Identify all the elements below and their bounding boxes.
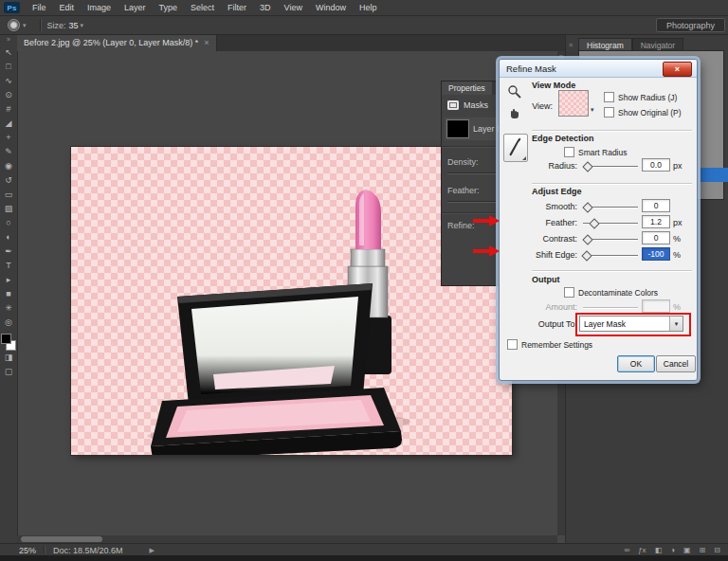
rectangle-tool[interactable]: ■ — [0, 287, 17, 301]
smooth-slider[interactable] — [583, 207, 638, 208]
checkbox-icon[interactable] — [604, 92, 614, 102]
contrast-label: Contrast: — [528, 234, 577, 244]
link-icon[interactable]: ∞ — [624, 546, 629, 554]
new-layer-icon[interactable]: ⊞ — [700, 546, 706, 554]
view-mode-caret-icon[interactable]: ▾ — [591, 106, 594, 114]
output-to-label: Output To: — [524, 319, 577, 329]
remember-settings-checkbox[interactable]: Remember Settings — [507, 339, 592, 350]
brush-preset-caret-icon[interactable]: ▾ — [23, 22, 27, 29]
tab-properties[interactable]: Properties — [442, 81, 492, 95]
fx-icon[interactable]: ƒx — [638, 546, 646, 554]
checkbox-icon[interactable] — [604, 107, 614, 118]
refine-radius-brush-button[interactable] — [503, 134, 528, 162]
menu-select[interactable]: Select — [184, 0, 221, 15]
zoom-tool-icon[interactable] — [507, 84, 522, 100]
shift-edge-unit: % — [673, 250, 681, 260]
brush-tool[interactable]: ✎ — [0, 145, 17, 159]
checkbox-icon[interactable] — [564, 147, 574, 157]
menu-view[interactable]: View — [278, 0, 309, 15]
smooth-slider-thumb[interactable] — [582, 202, 592, 212]
contrast-value[interactable]: 0 — [642, 231, 670, 244]
group-icon[interactable]: ▣ — [683, 546, 691, 554]
contrast-slider[interactable] — [583, 239, 638, 241]
size-value[interactable]: 35 — [69, 21, 79, 30]
horizontal-scrollbar-thumb[interactable] — [21, 536, 102, 542]
annotation-arrow-shift-edge — [473, 245, 500, 257]
menu-layer[interactable]: Layer — [118, 0, 153, 15]
shift-edge-slider[interactable] — [583, 255, 638, 257]
crop-tool[interactable]: # — [0, 102, 17, 117]
pen-tool[interactable]: ✒ — [0, 244, 17, 259]
history-brush-tool[interactable]: ↺ — [0, 173, 17, 188]
ok-button[interactable]: OK — [617, 355, 655, 372]
document-tab-title: Before 2.jpg @ 25% (Layer 0, Layer Mask/… — [24, 38, 198, 47]
dock-collapse-icon[interactable]: ≡ — [569, 42, 573, 48]
screen-mode-toggle[interactable]: ▢ — [0, 365, 17, 379]
move-tool[interactable]: ↖ — [0, 45, 17, 60]
checkbox-icon[interactable] — [507, 339, 518, 350]
close-tab-icon[interactable]: × — [204, 38, 209, 47]
status-bar: 25% Doc: 18.5M/20.6M ▶ ∞ ƒx ◧ ◑ ▣ ⊞ ⊟ — [0, 543, 728, 556]
feather-slider-thumb[interactable] — [589, 218, 599, 228]
rectangular-marquee-tool[interactable]: □ — [0, 60, 17, 74]
foreground-color-swatch[interactable] — [1, 334, 11, 344]
feather-value[interactable]: 1.2 — [642, 215, 670, 228]
zoom-level[interactable]: 25% — [19, 546, 36, 555]
radius-slider-thumb[interactable] — [582, 161, 592, 172]
contrast-slider-thumb[interactable] — [582, 234, 592, 244]
feather-slider[interactable] — [583, 223, 638, 225]
menu-file[interactable]: File — [26, 0, 53, 15]
document-tab[interactable]: Before 2.jpg @ 25% (Layer 0, Layer Mask/… — [17, 34, 217, 51]
adjustment-icon[interactable]: ◑ — [670, 546, 675, 554]
gradient-tool[interactable]: ▨ — [0, 202, 17, 216]
horizontal-scrollbar[interactable] — [17, 535, 557, 543]
menu-edit[interactable]: Edit — [53, 0, 82, 15]
eyedropper-tool[interactable]: ◢ — [0, 117, 17, 131]
shift-edge-slider-thumb[interactable] — [581, 250, 592, 261]
size-caret-icon[interactable]: ▾ — [81, 22, 84, 29]
quick-selection-tool[interactable]: ⊙ — [0, 88, 17, 102]
spot-healing-tool[interactable]: + — [0, 131, 17, 145]
edge-detection-heading: Edge Detection — [532, 134, 594, 143]
cancel-button[interactable]: Cancel — [656, 355, 696, 372]
layer-mask-icon[interactable]: ◧ — [655, 546, 663, 554]
view-mode-thumbnail[interactable] — [558, 90, 589, 117]
zoom-tool[interactable]: ◎ — [0, 316, 17, 330]
lasso-tool[interactable]: ∿ — [0, 74, 17, 88]
eraser-tool[interactable]: ▭ — [0, 188, 17, 202]
dialog-close-button[interactable]: × — [663, 62, 692, 77]
delete-icon[interactable]: ⊟ — [714, 546, 720, 554]
menu-type[interactable]: Type — [153, 0, 185, 15]
radius-value[interactable]: 0.0 — [642, 158, 670, 172]
brush-preset-icon[interactable] — [8, 19, 20, 31]
status-flyout-icon[interactable]: ▶ — [150, 547, 155, 554]
path-selection-tool[interactable]: ▸ — [0, 273, 17, 287]
workspace-switcher[interactable]: Photography — [656, 18, 725, 32]
shift-edge-value[interactable]: -100 — [642, 247, 670, 261]
dodge-tool[interactable]: ◐ — [0, 230, 17, 244]
checkbox-icon[interactable] — [564, 287, 574, 298]
menu-3d[interactable]: 3D — [253, 0, 278, 15]
smooth-value[interactable]: 0 — [642, 199, 670, 212]
photoshop-logo-icon[interactable]: Ps — [4, 2, 20, 13]
amount-value — [642, 299, 670, 313]
show-original-checkbox[interactable]: Show Original (P) — [604, 107, 682, 118]
clone-stamp-tool[interactable]: ◉ — [0, 159, 17, 173]
show-radius-checkbox[interactable]: Show Radius (J) — [604, 92, 677, 102]
hand-tool[interactable]: ✳ — [0, 301, 17, 316]
collapse-toolbar-icon[interactable]: » — [7, 34, 10, 45]
decontaminate-colors-checkbox[interactable]: Decontaminate Colors — [564, 287, 658, 298]
type-tool[interactable]: T — [0, 259, 17, 273]
menu-image[interactable]: Image — [81, 0, 118, 15]
layer-mask-thumbnail[interactable] — [447, 120, 468, 137]
radius-slider[interactable] — [583, 166, 638, 168]
decontaminate-colors-label: Decontaminate Colors — [578, 288, 658, 298]
menu-window[interactable]: Window — [309, 0, 353, 15]
selected-panel-row[interactable] — [700, 168, 728, 182]
smart-radius-checkbox[interactable]: Smart Radius — [564, 147, 628, 157]
contrast-unit: % — [673, 234, 681, 244]
menu-filter[interactable]: Filter — [221, 0, 253, 15]
blur-tool[interactable]: ○ — [0, 216, 17, 230]
quick-mask-toggle[interactable]: ◨ — [0, 351, 17, 365]
menu-help[interactable]: Help — [353, 0, 384, 15]
